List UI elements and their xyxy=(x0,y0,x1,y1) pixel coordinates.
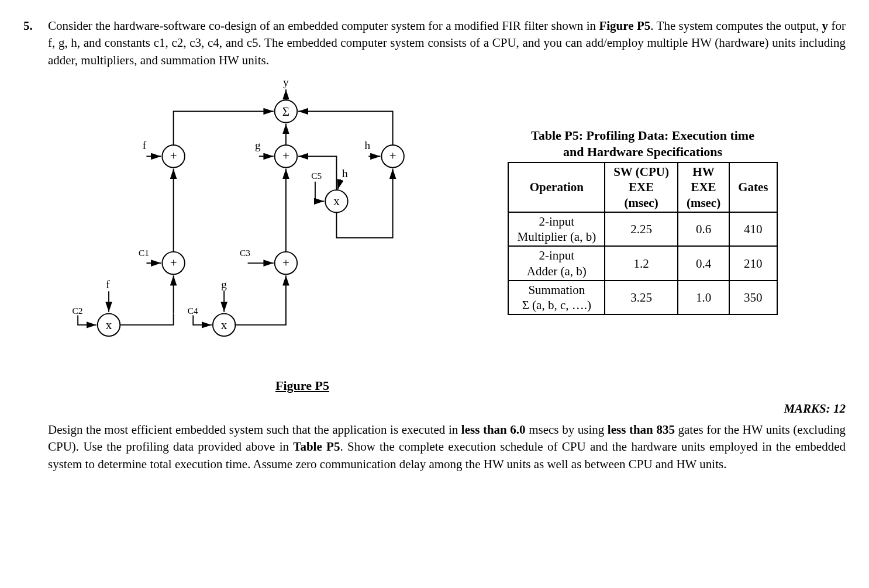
table-row: SummationΣ (a, b, c, ….) 3.25 1.0 350 xyxy=(508,281,777,315)
label-f-top: f xyxy=(143,139,147,151)
table-row: 2-inputAdder (a, b) 1.2 0.4 210 xyxy=(508,246,777,281)
svg-text:x: x xyxy=(333,195,340,209)
cell-gates: 210 xyxy=(729,246,777,281)
cell-op: 2-inputMultiplier (a, b) xyxy=(508,212,605,247)
label-g-low: g xyxy=(221,279,227,291)
svg-text:+: + xyxy=(282,256,289,270)
cell-op: 2-inputAdder (a, b) xyxy=(508,246,605,281)
label-c2: C2 xyxy=(73,306,83,316)
cell-gates: 410 xyxy=(729,212,777,247)
svg-text:x: x xyxy=(221,318,227,332)
svg-line-12 xyxy=(337,179,340,189)
question-intro: Consider the hardware-software co-design… xyxy=(48,18,846,69)
th-gates: Gates xyxy=(729,162,777,212)
sigma-symbol: Σ xyxy=(282,105,289,119)
svg-text:x: x xyxy=(106,318,112,332)
label-c1: C1 xyxy=(139,248,149,258)
table-title: Table P5: Profiling Data: Execution time… xyxy=(440,127,846,160)
label-h-top: h xyxy=(365,139,371,151)
label-c4: C4 xyxy=(188,306,198,316)
question-number: 5. xyxy=(23,18,40,473)
figure-p5: y Σ + f xyxy=(65,75,416,395)
cell-hw: 0.4 xyxy=(678,246,729,281)
svg-text:+: + xyxy=(170,150,177,164)
label-y: y xyxy=(283,76,289,88)
table-header-row: Operation SW (CPU)EXE(msec) HWEXE(msec) … xyxy=(508,162,777,212)
cell-sw: 1.2 xyxy=(605,246,678,281)
th-sw: SW (CPU)EXE(msec) xyxy=(605,162,678,212)
question-body: Consider the hardware-software co-design… xyxy=(48,18,846,473)
table-p5-container: Table P5: Profiling Data: Execution time… xyxy=(440,127,846,315)
label-f-low: f xyxy=(106,279,110,291)
cell-hw: 1.0 xyxy=(678,281,729,315)
label-c3: C3 xyxy=(240,248,250,258)
profiling-table: Operation SW (CPU)EXE(msec) HWEXE(msec) … xyxy=(508,162,777,315)
dataflow-diagram: y Σ + f xyxy=(65,75,416,367)
marks-label: MARKS: 12 xyxy=(48,400,846,417)
figure-caption: Figure P5 xyxy=(188,377,416,395)
cell-gates: 350 xyxy=(729,281,777,315)
svg-text:+: + xyxy=(282,150,289,164)
cell-sw: 3.25 xyxy=(605,281,678,315)
cell-sw: 2.25 xyxy=(605,212,678,247)
table-row: 2-inputMultiplier (a, b) 2.25 0.6 410 xyxy=(508,212,777,247)
svg-text:+: + xyxy=(389,150,396,164)
cell-hw: 0.6 xyxy=(678,212,729,247)
cell-op: SummationΣ (a, b, c, ….) xyxy=(508,281,605,315)
question-task: Design the most efficient embedded syste… xyxy=(48,421,846,473)
label-g-top: g xyxy=(255,139,261,151)
th-operation: Operation xyxy=(508,162,605,212)
figure-table-row: y Σ + f xyxy=(48,75,846,395)
label-h-mid: h xyxy=(342,167,348,179)
label-c5: C5 xyxy=(311,171,322,181)
question-container: 5. Consider the hardware-software co-des… xyxy=(23,18,846,473)
th-hw: HWEXE(msec) xyxy=(678,162,729,212)
svg-text:+: + xyxy=(170,256,177,270)
